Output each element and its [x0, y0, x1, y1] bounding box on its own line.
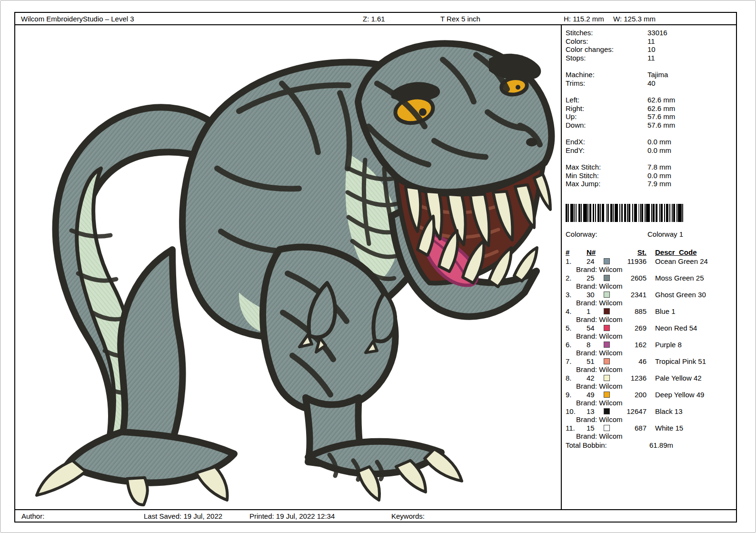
stat-label: Right:: [566, 104, 584, 112]
row-brand: Brand: Wilcom: [576, 315, 623, 323]
stat-line: Min Stitch: 0.0 mm: [562, 171, 736, 180]
stat-value: 33016: [647, 29, 667, 37]
stat-label: Min Stitch:: [566, 171, 599, 180]
row-st: 2605: [611, 274, 647, 282]
stat-label: Stops:: [566, 54, 586, 62]
design-height: H: 115.2 mm: [564, 15, 604, 23]
stat-label: Up:: [566, 112, 577, 121]
row-num: 6.: [566, 341, 572, 349]
row-descr: Tropical Pink 51: [655, 357, 706, 365]
thread-row: 2. 25 2605 Moss Green 25 Brand: Wilcom: [562, 274, 736, 291]
stat-value: 0.0 mm: [647, 138, 671, 146]
row-st: 11936: [611, 257, 647, 265]
stats-list: Stitches: 33016 Colors: 11 Color changes…: [562, 29, 736, 197]
row-num: 1.: [566, 257, 572, 265]
stat-value: 57.6 mm: [647, 112, 675, 121]
zoom-level: Z: 1.61: [363, 15, 385, 23]
stat-label: Colors:: [566, 37, 588, 45]
stat-label: Machine:: [566, 70, 595, 79]
stat-line: Machine: Tajima: [562, 70, 736, 79]
row-brand: Brand: Wilcom: [576, 332, 623, 340]
row-st: 687: [611, 424, 647, 432]
keywords-label: Keywords:: [391, 512, 425, 520]
stat-line: Down: 57.6 mm: [562, 121, 736, 130]
color-swatch: [604, 308, 610, 314]
stat-line: Max Jump: 7.9 mm: [562, 180, 736, 188]
design-width: W: 125.3 mm: [613, 15, 656, 23]
stat-line: Colors: 11: [562, 37, 736, 46]
row-brand: Brand: Wilcom: [576, 365, 623, 373]
row-brand: Brand: Wilcom: [576, 399, 623, 407]
stat-line: Stitches: 33016: [562, 29, 736, 37]
row-brand: Brand: Wilcom: [576, 432, 623, 440]
color-swatch: [604, 292, 610, 298]
thread-row: 4. 1 885 Blue 1 Brand: Wilcom: [562, 307, 736, 324]
header-bar: Wilcom EmbroideryStudio – Level 3 Z: 1.6…: [15, 13, 736, 25]
row-st: 12647: [611, 407, 647, 415]
row-descr: Deep Yellow 49: [655, 391, 704, 399]
row-num: 10.: [566, 407, 576, 415]
stat-label: Left:: [566, 96, 579, 104]
row-st: 200: [611, 391, 647, 399]
stat-line: Left: 62.6 mm: [562, 96, 736, 104]
thread-row: 9. 49 200 Deep Yellow 49 Brand: Wilcom: [562, 391, 736, 407]
row-num: 5.: [566, 324, 572, 332]
color-swatch: [604, 342, 610, 348]
stat-label: Max Jump:: [566, 180, 600, 188]
stat-value: 10: [647, 45, 656, 53]
row-num: 4.: [566, 307, 572, 315]
stat-value: 11: [647, 54, 655, 62]
row-num: 11.: [566, 424, 575, 432]
stat-value: 0.0 mm: [647, 146, 671, 154]
thread-row: 8. 42 1236 Pale Yellow 42 Brand: Wilcom: [562, 374, 736, 391]
thread-table-header: # N# St. Descr_Code: [562, 248, 736, 257]
row-num: 2.: [566, 274, 572, 282]
thread-row: 1. 24 11936 Ocean Green 24 Brand: Wilcom: [562, 257, 736, 274]
row-n: 42: [587, 374, 595, 382]
row-n: 54: [587, 324, 595, 332]
row-descr: White 15: [655, 424, 683, 432]
stat-line: Right: 62.6 mm: [562, 104, 736, 113]
stat-value: 7.8 mm: [647, 163, 671, 171]
row-descr: Neon Red 54: [655, 324, 697, 332]
stat-value: 11: [647, 37, 655, 45]
thread-row: 7. 51 46 Tropical Pink 51 Brand: Wilcom: [562, 357, 736, 374]
row-descr: Blue 1: [655, 307, 676, 315]
stat-value: 0.0 mm: [647, 171, 671, 180]
color-swatch: [604, 325, 610, 331]
app-title: Wilcom EmbroideryStudio – Level 3: [21, 15, 134, 23]
total-bobbin-label: Total Bobbin:: [566, 441, 607, 449]
stat-line: EndX: 0.0 mm: [562, 138, 736, 146]
stat-line: Max Stitch: 7.8 mm: [562, 163, 736, 171]
thread-rows: 1. 24 11936 Ocean Green 24 Brand: Wilcom…: [562, 257, 736, 441]
stat-label: Down:: [566, 121, 586, 129]
printed-label: Printed: 19 Jul, 2022 12:34: [249, 512, 335, 520]
col-header-num: #: [566, 248, 569, 256]
row-n: 13: [587, 407, 595, 415]
row-brand: Brand: Wilcom: [576, 282, 623, 290]
stat-line: Color changes: 10: [562, 45, 736, 54]
stat-label: EndX:: [566, 138, 585, 146]
stat-label: Max Stitch:: [566, 163, 601, 171]
design-name: T Rex 5 inch: [440, 15, 480, 23]
row-st: 1236: [611, 374, 647, 382]
row-descr: Purple 8: [655, 341, 682, 349]
row-descr: Pale Yellow 42: [655, 374, 702, 382]
stat-value: 62.6 mm: [647, 104, 675, 112]
stat-line: EndY: 0.0 mm: [562, 146, 736, 155]
row-num: 9.: [566, 391, 572, 399]
thread-row: 11. 15 687 White 15 Brand: Wilcom: [562, 424, 736, 441]
thread-row: 10. 13 12647 Black 13 Brand: Wilcom: [562, 407, 736, 424]
colorway-label: Colorway:: [566, 230, 597, 238]
thread-row: 6. 8 162 Purple 8 Brand: Wilcom: [562, 341, 736, 357]
barcode: [566, 204, 686, 222]
stat-value: 7.9 mm: [647, 180, 671, 188]
stat-value: Tajima: [647, 70, 668, 79]
row-st: 885: [611, 307, 647, 315]
thread-row: 3. 30 2341 Ghost Green 30 Brand: Wilcom: [562, 291, 736, 307]
row-n: 30: [587, 291, 595, 299]
design-canvas: T Rex embroidery design: [15, 25, 561, 509]
color-swatch: [604, 275, 610, 281]
color-swatch: [604, 425, 610, 431]
total-bobbin-line: Total Bobbin: 61.89m: [562, 441, 736, 450]
